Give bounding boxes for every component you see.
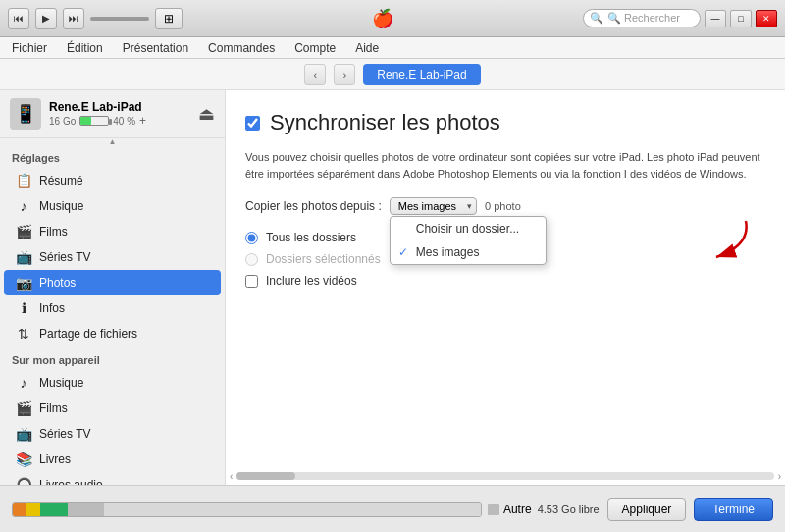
free-storage-label: 4.53 Go libre bbox=[538, 504, 600, 515]
autre-label: Autre bbox=[503, 503, 532, 516]
storage-apps-seg bbox=[40, 503, 68, 516]
sidebar-films2-label: Films bbox=[39, 401, 68, 415]
eject-button[interactable]: ⏏ bbox=[198, 103, 215, 125]
nav-back-button[interactable]: ‹ bbox=[304, 64, 326, 85]
sidebar-item-series[interactable]: 📺 Séries TV bbox=[0, 244, 225, 270]
main-layout: 📱 Rene.E Lab-iPad 16 Go 40 % + ⏏ ▲ Régla… bbox=[0, 90, 785, 485]
sidebar-livres-audio-label: Livres audio bbox=[39, 478, 103, 485]
sync-checkbox[interactable] bbox=[245, 116, 260, 131]
sidebar-item-musique[interactable]: ♪ Musique bbox=[0, 193, 225, 219]
storage-info: Autre 4.53 Go libre bbox=[12, 502, 600, 517]
device-name-label: Rene.E Lab-iPad bbox=[49, 100, 146, 114]
search-placeholder: 🔍 Rechercher bbox=[607, 12, 680, 25]
device-details: Rene.E Lab-iPad 16 Go 40 % + bbox=[49, 100, 146, 128]
sidebar-item-musique2[interactable]: ♪ Musique bbox=[0, 370, 225, 396]
copy-row: Copier les photos depuis : Mes images ▾ … bbox=[245, 197, 765, 215]
bottom-bar: Autre 4.53 Go libre Appliquer Terminé bbox=[0, 485, 785, 532]
checkbox-videos[interactable]: Inclure les vidéos bbox=[245, 274, 765, 288]
photos-source-dropdown[interactable]: Mes images ▾ bbox=[390, 197, 477, 215]
battery-bar bbox=[79, 116, 109, 126]
menu-bar: Fichier Édition Présentation Commandes C… bbox=[0, 37, 785, 59]
films2-icon: 🎬 bbox=[16, 400, 31, 416]
sidebar-musique-label: Musique bbox=[39, 199, 83, 213]
device-bar: ‹ › Rene.E Lab-iPad bbox=[0, 59, 785, 90]
sidebar-partage-label: Partage de fichiers bbox=[39, 327, 137, 341]
content-area: Synchroniser les photos Vous pouvez choi… bbox=[226, 90, 785, 485]
minimize-button[interactable]: — bbox=[705, 10, 726, 27]
storage-other-seg bbox=[68, 503, 104, 516]
menu-compte[interactable]: Compte bbox=[290, 39, 340, 57]
sidebar-item-livres-audio[interactable]: 🎧 Livres audio bbox=[0, 472, 225, 485]
dropdown-option-mes-images[interactable]: ✓ Mes images bbox=[391, 240, 546, 264]
sidebar-item-partage[interactable]: ⇅ Partage de fichiers bbox=[0, 321, 225, 346]
menu-fichier[interactable]: Fichier bbox=[8, 39, 51, 57]
device-storage-row: 16 Go 40 % + bbox=[49, 114, 146, 128]
sidebar-films-label: Films bbox=[39, 225, 68, 239]
livres-audio-icon: 🎧 bbox=[16, 477, 31, 485]
videos-checkbox-input[interactable] bbox=[245, 275, 258, 288]
rewind-button[interactable]: ⏮ bbox=[8, 8, 29, 29]
maximize-button[interactable]: □ bbox=[730, 10, 752, 27]
sidebar-series2-label: Séries TV bbox=[39, 427, 90, 441]
series-icon: 📺 bbox=[16, 249, 31, 265]
search-box[interactable]: 🔍 🔍 Rechercher bbox=[583, 9, 701, 27]
display-button[interactable]: ⊞ bbox=[155, 8, 183, 29]
title-bar: ⏮ ▶ ⏭ ⊞ 🍎 🔍 🔍 Rechercher — □ ✕ bbox=[0, 0, 785, 37]
device-thumbnail: 📱 bbox=[10, 98, 41, 130]
sidebar-item-infos[interactable]: ℹ Infos bbox=[0, 295, 225, 321]
radio-tous-input[interactable] bbox=[245, 232, 258, 244]
battery-pct: 40 % bbox=[113, 116, 135, 127]
copy-label: Copier les photos depuis : bbox=[245, 199, 382, 213]
dropdown-option-choisir[interactable]: Choisir un dossier... bbox=[391, 217, 546, 240]
close-button[interactable]: ✕ bbox=[756, 10, 777, 27]
charging-icon: + bbox=[139, 114, 146, 128]
storage-autre-label: Autre bbox=[488, 503, 532, 516]
scroll-thumb bbox=[236, 472, 295, 480]
sidebar-item-livres[interactable]: 📚 Livres bbox=[0, 447, 225, 472]
section-appareil-label: Sur mon appareil bbox=[0, 346, 225, 370]
section-reglages-label: Réglages bbox=[0, 144, 225, 168]
sync-description: Vous pouvez choisir quelles photos de vo… bbox=[245, 149, 765, 182]
sidebar-item-resume[interactable]: 📋 Résumé bbox=[0, 168, 225, 193]
fastforward-button[interactable]: ⏭ bbox=[63, 8, 84, 29]
menu-edition[interactable]: Édition bbox=[63, 39, 107, 57]
resume-icon: 📋 bbox=[16, 173, 31, 188]
storage-bar bbox=[12, 502, 482, 517]
storage-free-seg bbox=[104, 503, 481, 516]
apply-button[interactable]: Appliquer bbox=[607, 498, 687, 521]
partage-icon: ⇅ bbox=[16, 326, 31, 342]
sidebar-item-photos[interactable]: 📷 Photos bbox=[4, 270, 221, 295]
sidebar-musique2-label: Musique bbox=[39, 376, 83, 390]
volume-slider[interactable] bbox=[90, 17, 149, 21]
sync-header: Synchroniser les photos bbox=[245, 110, 765, 135]
menu-aide[interactable]: Aide bbox=[351, 39, 383, 57]
menu-commandes[interactable]: Commandes bbox=[204, 39, 279, 57]
livres-icon: 📚 bbox=[16, 452, 31, 467]
sidebar-item-series2[interactable]: 📺 Séries TV bbox=[0, 421, 225, 447]
chevron-down-icon: ▾ bbox=[467, 201, 472, 211]
done-button[interactable]: Terminé bbox=[694, 498, 773, 521]
radio-selected-input[interactable] bbox=[245, 253, 258, 266]
music-icon: ♪ bbox=[16, 198, 31, 214]
menu-presentation[interactable]: Présentation bbox=[119, 39, 192, 57]
films-icon: 🎬 bbox=[16, 224, 31, 239]
sidebar-item-films[interactable]: 🎬 Films bbox=[0, 219, 225, 244]
nav-forward-button[interactable]: › bbox=[334, 64, 355, 85]
photos-icon: 📷 bbox=[16, 275, 31, 291]
dropdown-option-mes-images-label: Mes images bbox=[416, 245, 480, 259]
sidebar-series-label: Séries TV bbox=[39, 250, 90, 264]
playback-controls: ⏮ ▶ ⏭ ⊞ bbox=[8, 8, 183, 29]
sidebar: 📱 Rene.E Lab-iPad 16 Go 40 % + ⏏ ▲ Régla… bbox=[0, 90, 226, 485]
infos-icon: ℹ bbox=[16, 300, 31, 316]
check-mark-icon: ✓ bbox=[398, 245, 412, 259]
content-scrollbar[interactable]: ‹ › bbox=[226, 469, 785, 483]
sidebar-item-films2[interactable]: 🎬 Films bbox=[0, 396, 225, 421]
sync-title: Synchroniser les photos bbox=[270, 110, 500, 135]
play-button[interactable]: ▶ bbox=[35, 8, 57, 29]
dropdown-wrapper: Mes images ▾ Choisir un dossier... ✓ Mes… bbox=[390, 197, 477, 215]
check-empty bbox=[398, 222, 412, 236]
device-info: 📱 Rene.E Lab-iPad 16 Go 40 % + ⏏ bbox=[0, 90, 225, 138]
storage-yellow-seg bbox=[26, 503, 40, 516]
photo-count: 0 photo bbox=[485, 200, 521, 212]
device-button[interactable]: Rene.E Lab-iPad bbox=[363, 64, 480, 85]
